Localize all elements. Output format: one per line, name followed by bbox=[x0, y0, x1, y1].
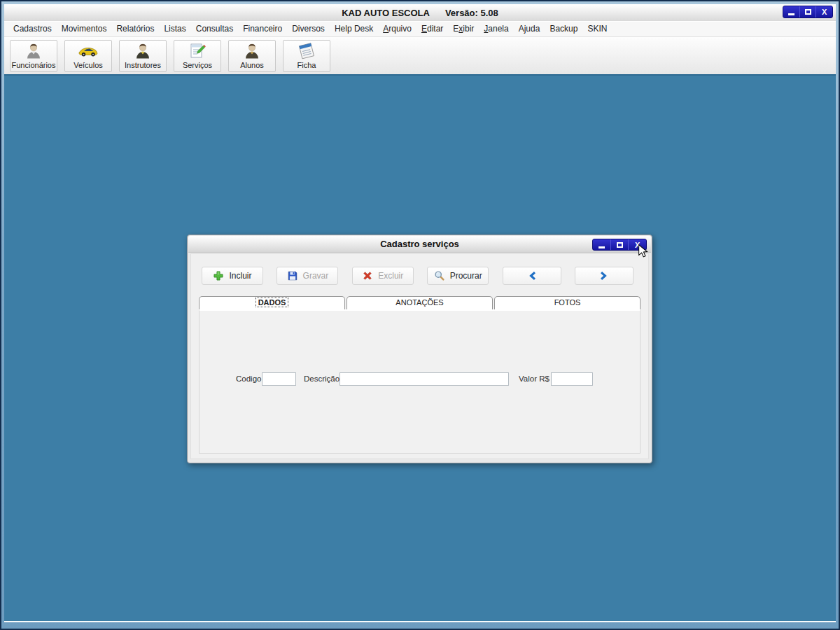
cadastro-servicos-dialog: Cadastro serviços X Incluir Gravar Exclu… bbox=[187, 234, 652, 463]
menu-item-listas[interactable]: Listas bbox=[159, 22, 190, 36]
chevron-right-icon bbox=[599, 271, 609, 281]
excluir-button[interactable]: Excluir bbox=[352, 267, 414, 285]
dialog-maximize-button[interactable] bbox=[610, 239, 629, 250]
minimize-icon bbox=[598, 246, 605, 248]
toolbar-button-instrutores[interactable]: Instrutores bbox=[119, 40, 167, 72]
dialog-toolbar: Incluir Gravar Excluir Procurar bbox=[202, 267, 634, 285]
valor-label: Valor R$ bbox=[519, 372, 550, 386]
app-window-controls: X bbox=[783, 6, 833, 18]
toolbar-button-label: Funcionários bbox=[12, 61, 56, 69]
toolbar-button-label: Veículos bbox=[74, 61, 103, 69]
dialog-body: Incluir Gravar Excluir Procurar DADOSANO… bbox=[190, 253, 649, 459]
search-magnifier-icon bbox=[434, 270, 445, 281]
menu-item-cadastros[interactable]: Cadastros bbox=[8, 22, 57, 36]
procurar-button[interactable]: Procurar bbox=[427, 267, 489, 285]
toolbar-button-servicos[interactable]: Serviços bbox=[174, 40, 221, 72]
document-pencil-icon bbox=[188, 42, 206, 61]
tab-label: FOTOS bbox=[552, 298, 583, 307]
student-person-icon bbox=[243, 42, 261, 61]
tab-fotos[interactable]: FOTOS bbox=[494, 296, 640, 309]
menu-item-janela[interactable]: Janela bbox=[479, 22, 513, 36]
menu-item-skin[interactable]: SKIN bbox=[582, 22, 612, 36]
menu-item-financeiro[interactable]: Financeiro bbox=[238, 22, 287, 36]
menu-item-editar[interactable]: Editar bbox=[416, 22, 448, 36]
chevron-left-icon bbox=[527, 271, 537, 281]
incluir-button[interactable]: Incluir bbox=[202, 267, 263, 285]
notepad-icon bbox=[297, 42, 316, 61]
menu-item-arquivo[interactable]: Arquivo bbox=[378, 22, 416, 36]
menu-item-relatorios[interactable]: Relatórios bbox=[111, 22, 159, 36]
dialog-close-button[interactable]: X bbox=[628, 239, 646, 250]
chevron-left-button[interactable] bbox=[503, 267, 561, 285]
tab-label: DADOS bbox=[256, 298, 288, 307]
toolbar-button-funcionarios[interactable]: Funcionários bbox=[10, 40, 57, 72]
toolbar-button-veiculos[interactable]: Veículos bbox=[64, 40, 112, 72]
tab-anotacoes[interactable]: ANOTAÇÕES bbox=[346, 296, 493, 309]
maximize-button[interactable] bbox=[799, 6, 816, 18]
maximize-icon bbox=[617, 242, 623, 248]
menu-item-backup[interactable]: Backup bbox=[545, 22, 582, 36]
tab-row: DADOSANOTAÇÕESFOTOS bbox=[199, 296, 640, 309]
plus-icon bbox=[213, 270, 224, 281]
dialog-title-bar[interactable]: Cadastro serviços X bbox=[188, 236, 651, 253]
maximize-icon bbox=[805, 9, 811, 15]
main-toolbar: Funcionários Veículos Instrutores Serviç… bbox=[4, 37, 836, 76]
toolbar-button-ficha[interactable]: Ficha bbox=[283, 40, 330, 72]
app-title-bar[interactable]: KAD AUTO ESCOLA Versão: 5.08 X bbox=[4, 4, 836, 21]
menu-item-movimentos[interactable]: Movimentos bbox=[57, 22, 112, 36]
dialog-minimize-button[interactable] bbox=[593, 239, 610, 250]
save-floppy-icon bbox=[287, 270, 298, 281]
button-label: Incluir bbox=[229, 271, 251, 281]
tab-panel-dados: CodigoDescriçãoValor R$ bbox=[199, 309, 640, 454]
close-icon: X bbox=[822, 8, 827, 16]
minimize-button[interactable] bbox=[783, 6, 799, 18]
employee-person-icon bbox=[24, 42, 43, 61]
tab-dados[interactable]: DADOS bbox=[199, 296, 345, 309]
toolbar-button-label: Instrutores bbox=[125, 61, 161, 69]
delete-x-icon bbox=[362, 270, 373, 281]
close-icon: X bbox=[635, 241, 640, 249]
toolbar-button-label: Alunos bbox=[240, 61, 264, 69]
close-button[interactable]: X bbox=[816, 6, 832, 18]
button-label: Excluir bbox=[378, 271, 403, 281]
toolbar-button-label: Serviços bbox=[183, 61, 212, 69]
instructor-person-icon bbox=[134, 42, 152, 61]
dialog-title: Cadastro serviços bbox=[188, 236, 651, 252]
button-label: Procurar bbox=[450, 271, 482, 281]
menu-item-diversos[interactable]: Diversos bbox=[287, 22, 330, 36]
toolbar-button-label: Ficha bbox=[298, 61, 316, 69]
codigo-input[interactable] bbox=[262, 372, 296, 386]
menu-item-consultas[interactable]: Consultas bbox=[191, 22, 238, 36]
chevron-right-button[interactable] bbox=[575, 267, 634, 285]
menu-item-exibir[interactable]: Exibir bbox=[448, 22, 479, 36]
menu-bar: CadastrosMovimentosRelatóriosListasConsu… bbox=[4, 21, 836, 37]
valor-input[interactable] bbox=[551, 372, 593, 386]
button-label: Gravar bbox=[303, 271, 329, 281]
minimize-icon bbox=[788, 13, 794, 15]
menu-item-help-desk[interactable]: Help Desk bbox=[330, 22, 378, 36]
app-title: KAD AUTO ESCOLA bbox=[342, 8, 430, 18]
descricao-input[interactable] bbox=[340, 372, 509, 386]
dialog-window-controls: X bbox=[592, 239, 647, 251]
toolbar-button-alunos[interactable]: Alunos bbox=[228, 40, 276, 72]
app-version: Versão: 5.08 bbox=[445, 8, 498, 18]
gravar-button[interactable]: Gravar bbox=[276, 267, 338, 285]
car-icon bbox=[78, 42, 99, 61]
descricao-label: Descrição bbox=[304, 372, 340, 386]
codigo-label: Codigo bbox=[236, 372, 261, 386]
menu-item-ajuda[interactable]: Ajuda bbox=[514, 22, 545, 36]
tab-label: ANOTAÇÕES bbox=[393, 298, 445, 307]
